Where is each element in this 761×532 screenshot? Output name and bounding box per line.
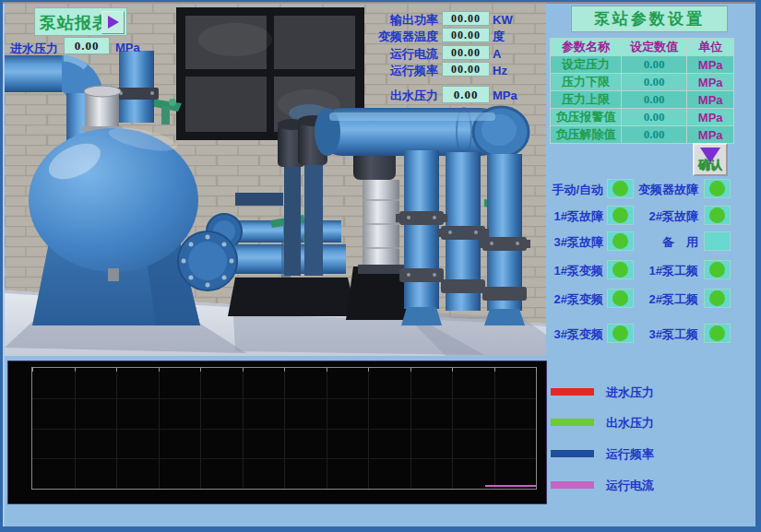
param-header-unit: 单位 [687, 39, 734, 56]
params-panel-title: 泵站参数设置 [571, 6, 728, 32]
tank-silver-fitting [82, 86, 123, 132]
status-lamp [607, 179, 634, 198]
tank-top-pipe [114, 51, 159, 123]
axis-tick [75, 368, 76, 372]
axis-tick [116, 368, 117, 372]
pressure-tank [29, 123, 200, 325]
status-label: 1#泵变频 [546, 263, 603, 279]
grid-hline [32, 429, 536, 430]
status-row: 1#泵变频 1#泵工频 [546, 260, 736, 280]
report-arrow-button[interactable] [101, 11, 125, 34]
param-value-field[interactable]: 0.00 [622, 91, 687, 109]
param-name: 负压报警值 [551, 109, 622, 126]
inlet-pressure-unit: MPa [115, 41, 140, 55]
lamp-on-icon [709, 325, 725, 341]
legend-color-bar [551, 419, 594, 426]
status-lamp [704, 289, 731, 308]
trend-plot-area [31, 367, 537, 490]
param-name: 负压解除值 [551, 126, 622, 144]
pump-station-scene: 泵站报表 进水压力 0.00 MPa 输出功率 00.00 KW变频器温度 00… [5, 3, 546, 356]
legend-color-bar [551, 388, 594, 396]
axis-tick [243, 368, 244, 372]
param-value-field[interactable]: 0.00 [622, 126, 687, 144]
header-pipe [315, 107, 529, 157]
confirm-button[interactable]: 确认 [693, 143, 728, 176]
axis-tick [494, 368, 495, 372]
axis-tick [536, 368, 537, 372]
param-name: 设定压力 [551, 56, 622, 74]
lamp-on-icon [612, 233, 628, 249]
legend-label: 运行频率 [606, 446, 654, 463]
lamp-on-icon [709, 181, 725, 196]
param-name: 压力下限 [551, 74, 622, 91]
legend-item: 出水压力 [549, 415, 733, 432]
report-button[interactable]: 泵站报表 [34, 7, 127, 36]
riser-pipes [396, 150, 530, 325]
lamp-on-icon [709, 207, 725, 223]
legend-item: 进水压力 [549, 384, 733, 401]
param-row: 压力上限 0.00 MPa [551, 91, 734, 109]
readout-value: 00.00 [442, 28, 490, 42]
param-unit: MPa [687, 56, 734, 74]
play-arrow-icon [108, 16, 119, 29]
status-lamp [607, 260, 634, 279]
legend-label: 出水压力 [606, 415, 654, 432]
lamp-on-icon [612, 290, 628, 306]
legend-item: 运行频率 [549, 446, 733, 463]
readout-unit: Hz [493, 64, 507, 78]
param-row: 压力下限 0.00 MPa [551, 74, 734, 91]
param-unit: MPa [687, 91, 734, 109]
status-lamp [704, 179, 731, 198]
status-lamp [704, 260, 731, 279]
report-button-label: 泵站报表 [40, 12, 110, 34]
readout-unit: KW [493, 13, 513, 28]
lamp-on-icon [709, 262, 725, 278]
axis-tick [452, 368, 453, 372]
axis-tick [200, 368, 201, 372]
axis-tick [159, 368, 160, 372]
readout-unit: 度 [493, 30, 505, 44]
confirm-button-label: 确认 [695, 157, 726, 173]
param-row: 设定压力 0.00 MPa [551, 56, 734, 74]
lamp-on-icon [709, 290, 725, 306]
legend-item: 运行电流 [549, 478, 733, 494]
param-value-field[interactable]: 0.00 [622, 74, 687, 91]
param-table-body: 设定压力 0.00 MPa压力下限 0.00 MPa压力上限 0.00 MPa负… [551, 56, 734, 144]
param-value-field[interactable]: 0.00 [622, 109, 687, 126]
param-header-value: 设定数值 [622, 39, 687, 56]
status-label: 2#泵变频 [546, 291, 603, 308]
status-lamp [607, 324, 634, 343]
status-label: 2#泵故障 [632, 208, 698, 225]
readout-value: 00.00 [442, 62, 490, 77]
params-table: 参数名称 设定数值 单位 设定压力 0.00 MPa压力下限 0.00 MPa压… [550, 38, 734, 144]
axis-tick [32, 368, 33, 372]
status-grid: 手动/自动 变频器故障 1#泵故障 2#泵故障 3#泵故障 备 用 1#泵变频 … [546, 179, 736, 347]
readout-label: 运行电流 [370, 47, 438, 62]
status-lamp [607, 231, 634, 251]
axis-tick [284, 368, 285, 372]
status-label: 3#泵故障 [546, 234, 603, 251]
main-area: 泵站报表 进水压力 0.00 MPa 输出功率 00.00 KW变频器温度 00… [3, 2, 755, 526]
grid-hline [32, 458, 536, 459]
axis-tick [368, 368, 369, 372]
readout-label: 变频器温度 [370, 30, 438, 44]
status-label: 1#泵故障 [546, 208, 603, 225]
status-row: 1#泵故障 2#泵故障 [546, 206, 736, 226]
status-label: 变频器故障 [632, 182, 698, 198]
lamp-on-icon [612, 262, 628, 278]
param-unit: MPa [687, 126, 734, 144]
status-row: 手动/自动 变频器故障 [546, 179, 736, 199]
trend-legend: 进水压力 出水压力 运行频率 运行电流 [549, 382, 733, 511]
status-row: 3#泵变频 3#泵工频 [546, 324, 736, 344]
param-value-field[interactable]: 0.00 [622, 56, 687, 74]
legend-color-bar [551, 481, 594, 489]
lamp-on-icon [612, 181, 628, 196]
inlet-pressure-value: 0.00 [64, 37, 110, 54]
status-label: 3#泵工频 [632, 326, 698, 343]
legend-label: 进水压力 [606, 384, 654, 401]
param-name: 压力上限 [551, 91, 622, 109]
hmi-screen: 泵站报表 进水压力 0.00 MPa 输出功率 00.00 KW变频器温度 00… [0, 0, 761, 532]
status-lamp [607, 289, 634, 308]
status-row: 2#泵变频 2#泵工频 [546, 289, 736, 309]
readout-value: 00.00 [442, 45, 490, 60]
